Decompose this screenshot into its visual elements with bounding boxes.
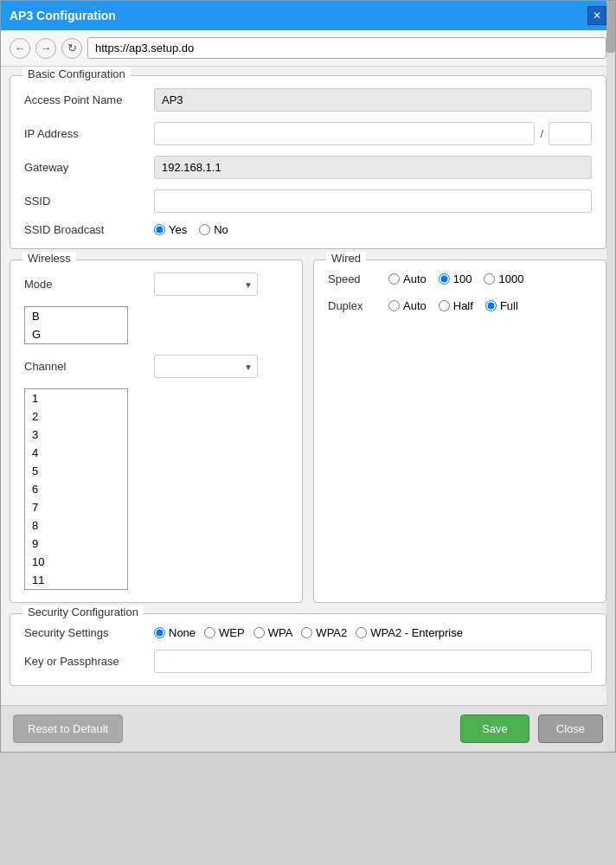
main-window: AP3 Configuration ✕ ← → ↻ Basic Configur…: [0, 0, 616, 753]
mode-option-b[interactable]: B: [25, 307, 127, 325]
duplex-radio-group: Auto Half Full: [388, 299, 518, 312]
ssid-row: SSID: [24, 189, 592, 213]
speed-1000-label: 1000: [498, 272, 523, 285]
key-passphrase-input[interactable]: [154, 650, 592, 673]
security-none-radio[interactable]: [154, 627, 165, 638]
speed-100-label: 100: [453, 272, 472, 285]
security-wpa2-radio[interactable]: [301, 627, 312, 638]
ssid-broadcast-no-radio[interactable]: [199, 224, 210, 235]
access-point-name-label: Access Point Name: [24, 93, 154, 106]
channel-option-11[interactable]: 11: [25, 571, 127, 589]
forward-button[interactable]: →: [35, 38, 56, 59]
basic-config-legend: Basic Configuration: [22, 67, 131, 80]
duplex-auto-option[interactable]: Auto: [388, 299, 427, 312]
gateway-row: Gateway: [24, 156, 592, 179]
security-wpa2-enterprise-radio[interactable]: [356, 627, 367, 638]
ssid-broadcast-yes-option[interactable]: Yes: [154, 223, 187, 236]
refresh-button[interactable]: ↻: [61, 38, 82, 59]
security-section: Security Configuration Security Settings…: [10, 613, 606, 686]
duplex-full-option[interactable]: Full: [485, 299, 518, 312]
speed-100-radio[interactable]: [439, 273, 450, 285]
security-wep-label: WEP: [219, 626, 245, 639]
reset-to-default-button[interactable]: Reset to Default: [13, 714, 123, 743]
speed-auto-option[interactable]: Auto: [388, 272, 427, 285]
duplex-label: Duplex: [328, 299, 388, 312]
content-area: Basic Configuration Access Point Name IP…: [1, 67, 615, 705]
security-wep-radio[interactable]: [204, 627, 215, 638]
save-button[interactable]: Save: [460, 714, 529, 743]
ip-address-input[interactable]: [154, 122, 535, 145]
url-bar[interactable]: [87, 37, 606, 59]
ssid-broadcast-group: Yes No: [154, 223, 228, 236]
key-passphrase-row: Key or Passphrase: [24, 650, 592, 673]
wireless-wired-row: Wireless Mode ▼ B G: [10, 260, 606, 603]
ssid-broadcast-row: SSID Broadcast Yes No: [24, 223, 592, 236]
security-settings-group: None WEP WPA WPA2: [154, 626, 463, 639]
speed-row: Speed Auto 100 1000: [328, 272, 592, 285]
ssid-input[interactable]: [154, 189, 592, 213]
mode-row: Mode ▼: [24, 272, 288, 296]
title-bar: AP3 Configuration ✕: [1, 1, 615, 30]
channel-row: Channel ▼: [24, 355, 288, 378]
channel-dropdown-area: 1 2 3 4 5 6 7 8 9 10 11: [24, 388, 288, 590]
security-none-label: None: [169, 626, 196, 639]
ssid-broadcast-no-option[interactable]: No: [199, 223, 228, 236]
wired-section: Wired Speed Auto 100: [313, 260, 606, 603]
security-wep-option[interactable]: WEP: [204, 626, 245, 639]
channel-dropdown-list: 1 2 3 4 5 6 7 8 9 10 11: [24, 388, 128, 590]
channel-select-wrapper: ▼: [154, 355, 258, 378]
gateway-input[interactable]: [154, 156, 592, 179]
mode-select[interactable]: [154, 272, 258, 296]
channel-option-5[interactable]: 5: [25, 462, 127, 480]
wireless-legend: Wireless: [22, 252, 76, 265]
access-point-name-input[interactable]: [154, 88, 592, 112]
ip-address-label: IP Address: [24, 127, 154, 140]
security-none-option[interactable]: None: [154, 626, 196, 639]
speed-100-option[interactable]: 100: [439, 272, 472, 285]
speed-auto-radio[interactable]: [388, 273, 400, 285]
security-wpa2-enterprise-label: WPA2 - Enterprise: [370, 626, 463, 639]
mode-dropdown-list: B G: [24, 306, 128, 344]
window-close-button[interactable]: ✕: [587, 6, 606, 25]
channel-option-8[interactable]: 8: [25, 516, 127, 535]
duplex-auto-radio[interactable]: [388, 300, 400, 311]
basic-config-section: Basic Configuration Access Point Name IP…: [10, 75, 606, 249]
mode-dropdown-area: B G: [24, 306, 288, 344]
security-settings-label: Security Settings: [24, 626, 154, 639]
speed-1000-option[interactable]: 1000: [484, 272, 523, 285]
mode-label: Mode: [24, 278, 154, 291]
channel-select[interactable]: [154, 355, 258, 378]
back-button[interactable]: ←: [10, 38, 30, 59]
ssid-broadcast-label: SSID Broadcast: [24, 223, 154, 236]
ip-address-group: /: [154, 122, 592, 145]
channel-option-1[interactable]: 1: [25, 389, 127, 407]
channel-option-3[interactable]: 3: [25, 426, 127, 444]
channel-option-6[interactable]: 6: [25, 480, 127, 498]
footer-right-buttons: Save Close: [460, 714, 603, 743]
channel-option-2[interactable]: 2: [25, 407, 127, 426]
security-wpa2-option[interactable]: WPA2: [301, 626, 347, 639]
security-wpa-option[interactable]: WPA: [253, 626, 293, 639]
channel-option-10[interactable]: 10: [25, 553, 127, 571]
footer-bar: Reset to Default Save Close: [1, 705, 615, 752]
close-button[interactable]: Close: [538, 714, 603, 743]
mode-option-g[interactable]: G: [25, 325, 127, 343]
duplex-half-radio[interactable]: [439, 300, 450, 311]
ip-address-row: IP Address /: [24, 122, 592, 145]
speed-radio-group: Auto 100 1000: [388, 272, 523, 285]
speed-1000-radio[interactable]: [484, 273, 495, 285]
scrollbar-thumb[interactable]: [606, 1, 615, 53]
gateway-label: Gateway: [24, 161, 154, 174]
channel-option-9[interactable]: 9: [25, 535, 127, 553]
security-wpa-radio[interactable]: [253, 627, 265, 638]
ip-suffix-input[interactable]: [549, 122, 592, 145]
scrollbar-track[interactable]: [606, 1, 615, 752]
channel-option-7[interactable]: 7: [25, 498, 127, 516]
mode-select-wrapper: ▼: [154, 272, 258, 296]
duplex-half-option[interactable]: Half: [439, 299, 473, 312]
ssid-broadcast-yes-radio[interactable]: [154, 224, 165, 235]
security-wpa2-enterprise-option[interactable]: WPA2 - Enterprise: [356, 626, 463, 639]
ssid-broadcast-yes-label: Yes: [169, 223, 187, 236]
duplex-full-radio[interactable]: [485, 300, 497, 311]
channel-option-4[interactable]: 4: [25, 444, 127, 462]
